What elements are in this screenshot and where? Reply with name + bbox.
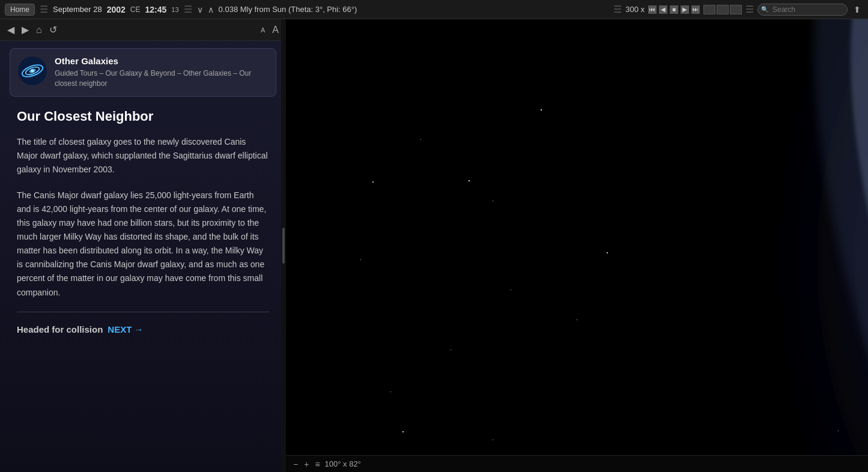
article-title: Our Closest Neighbor <box>17 109 269 124</box>
topbar-menu-icon[interactable]: ☰ <box>184 4 192 15</box>
breadcrumb-title: Other Galaxies <box>55 56 269 66</box>
star <box>838 431 839 431</box>
nav-bar: ◀ ▶ ⌂ ↺ A A <box>0 19 286 41</box>
topbar-date: September 28 <box>53 5 102 14</box>
section-divider <box>17 312 269 312</box>
nav-back-button[interactable]: ◀ <box>7 24 14 35</box>
scrollbar[interactable] <box>281 19 286 472</box>
view-mode-icons <box>703 5 742 14</box>
topbar-time: 12:45 <box>145 5 167 14</box>
playback-controls: ⏮ ◀ ■ ▶ ⏭ <box>648 5 700 14</box>
article-content: Our Closest Neighbor The title of closes… <box>0 104 286 472</box>
zoom-out-button[interactable]: − <box>292 459 299 469</box>
star <box>577 319 577 320</box>
left-panel: ◀ ▶ ⌂ ↺ A A Other Galaxies Guided Tours … <box>0 19 286 472</box>
nav-forward-button[interactable]: ▶ <box>22 24 29 35</box>
star <box>390 392 391 392</box>
breadcrumb-path: Guided Tours – Our Galaxy & Beyond – Oth… <box>55 68 269 89</box>
skip-back-button[interactable]: ⏮ <box>648 5 657 14</box>
home-button[interactable]: Home <box>5 4 35 16</box>
search-input[interactable] <box>757 4 848 16</box>
topbar-right-controls: ☰ 300 x ⏮ ◀ ■ ▶ ⏭ ☰ ⬆ <box>613 4 863 16</box>
topbar: Home ☰ September 28 2002 CE 12:45 13 ☰ ∨… <box>0 0 868 19</box>
zoom-menu-button[interactable]: ≡ <box>314 459 321 469</box>
topbar-right-menu-icon[interactable]: ☰ <box>613 4 622 15</box>
stars-container <box>286 19 868 472</box>
topbar-year: 2002 <box>107 5 126 14</box>
search-wrapper <box>757 4 848 16</box>
topbar-size: 300 x <box>625 5 645 14</box>
topbar-chevron-down-icon[interactable]: ∨ <box>197 5 203 14</box>
topbar-separator: ☰ <box>40 4 48 15</box>
share-button[interactable]: ⬆ <box>851 4 863 16</box>
star <box>402 431 404 432</box>
topbar-era: CE <box>130 5 141 14</box>
galaxy-logo-icon <box>17 56 47 86</box>
star <box>420 139 421 140</box>
topbar-chevron-up-icon[interactable]: ∧ <box>208 5 214 14</box>
right-panel: − + ≡ 100° x 82° <box>286 19 868 472</box>
view-single-icon[interactable] <box>703 5 715 14</box>
skip-forward-button[interactable]: ⏭ <box>691 5 700 14</box>
star <box>541 109 542 110</box>
font-small-button[interactable]: A <box>261 26 265 34</box>
svg-point-4 <box>31 69 34 73</box>
star <box>493 201 493 201</box>
zoom-in-button[interactable]: + <box>303 459 310 469</box>
view-quad-icon[interactable] <box>730 5 742 14</box>
article-paragraph-2: The Canis Major dwarf galaxy lies 25,000… <box>17 189 269 300</box>
topbar-location: 0.038 Mly from Sun (Theta: 3°, Phi: 66°) <box>219 5 609 14</box>
next-label: Headed for collision <box>17 324 103 334</box>
play-button[interactable]: ▶ <box>681 5 689 14</box>
space-view <box>286 19 868 472</box>
article-paragraph-1: The title of closest galaxy goes to the … <box>17 135 269 177</box>
stop-button[interactable]: ■ <box>670 5 678 14</box>
content-area: ◀ ▶ ⌂ ↺ A A Other Galaxies Guided Tours … <box>0 19 868 472</box>
nav-home-button[interactable]: ⌂ <box>36 25 42 35</box>
star <box>607 252 608 253</box>
breadcrumb-card: Other Galaxies Guided Tours – Our Galaxy… <box>10 48 276 97</box>
topbar-settings-icon[interactable]: ☰ <box>745 4 754 15</box>
topbar-seconds: 13 <box>171 6 178 13</box>
fov-display: 100° x 82° <box>325 459 361 468</box>
star <box>360 259 361 260</box>
font-large-button[interactable]: A <box>272 25 279 35</box>
scroll-handle[interactable] <box>282 228 285 264</box>
bottom-bar: − + ≡ 100° x 82° <box>286 455 868 472</box>
nav-refresh-button[interactable]: ↺ <box>49 24 57 35</box>
breadcrumb-text: Other Galaxies Guided Tours – Our Galaxy… <box>55 56 269 89</box>
star <box>511 289 511 290</box>
star <box>451 349 451 350</box>
next-section: Headed for collision NEXT → <box>17 324 269 334</box>
star <box>372 181 374 183</box>
view-split-icon[interactable] <box>717 5 729 14</box>
star <box>469 180 470 181</box>
step-back-button[interactable]: ◀ <box>659 5 667 14</box>
next-link[interactable]: NEXT → <box>108 324 143 334</box>
star <box>493 440 493 440</box>
